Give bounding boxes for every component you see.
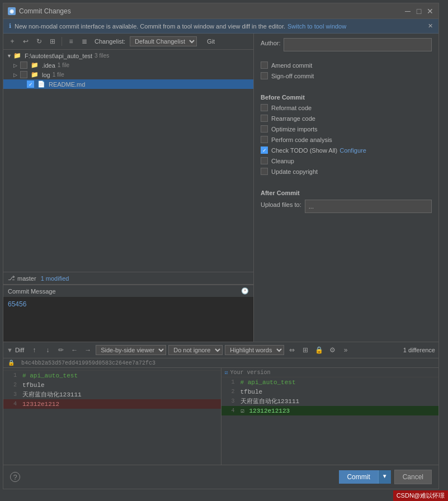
diff-down-button[interactable]: ↓ <box>42 344 53 356</box>
before-commit-section: Before Commit Reformat code Rearrange co… <box>261 89 432 178</box>
diff-left-line-3: 3 天府蓝自动化123111 <box>3 390 221 399</box>
diff-highlight-select[interactable]: Highlight words <box>225 345 284 355</box>
diff-right-line-4: 4 ☑ 12312e12123 <box>221 406 439 415</box>
rearrange-code-row[interactable]: Rearrange code <box>261 115 432 122</box>
check-todo-checkbox[interactable] <box>261 146 268 154</box>
add-button[interactable]: + <box>7 36 18 47</box>
commit-button-group: Commit ▼ <box>339 470 390 484</box>
right-panel: Author: Amend commit Sign-off commit Bef… <box>254 34 438 342</box>
diff-settings-button[interactable]: ⚙ <box>327 344 338 356</box>
title-buttons: ─ □ ✕ <box>404 7 434 15</box>
diff-next-button[interactable]: → <box>82 344 93 356</box>
modified-badge[interactable]: 1 modified <box>41 275 69 282</box>
update-copyright-label: Update copyright <box>271 168 318 175</box>
perform-code-analysis-checkbox[interactable] <box>261 136 268 143</box>
tree-item-log[interactable]: ▷ 📁 log 1 file <box>3 70 253 79</box>
diff-up-button[interactable]: ↑ <box>29 344 40 356</box>
author-input[interactable] <box>284 38 432 51</box>
commit-dropdown-button[interactable]: ▼ <box>378 470 391 484</box>
root-path: F:\autotest\api_auto_test <box>25 53 92 59</box>
log-checkbox[interactable] <box>20 71 27 78</box>
amend-commit-row[interactable]: Amend commit <box>261 62 432 69</box>
lock-icon: 🔒 <box>8 360 15 366</box>
check-todo-label: Check TODO (Show All) <box>271 147 337 154</box>
maximize-button[interactable]: □ <box>415 7 423 15</box>
tree-item-idea[interactable]: ▷ 📁 .idea 1 file <box>3 60 253 70</box>
cleanup-checkbox[interactable] <box>261 157 268 164</box>
watermark: CSDN@难以怀璟 <box>393 490 448 501</box>
diff-header: ▼ Diff ↑ ↓ ✏ ← → Side-by-side viewer Do … <box>3 342 438 358</box>
idea-file-count: 1 file <box>58 62 69 68</box>
diff-right-header: ☑ Your version <box>221 368 439 377</box>
idea-checkbox[interactable] <box>20 62 27 69</box>
switch-to-tool-window-link[interactable]: Switch to tool window <box>287 23 346 30</box>
diff-more-button[interactable]: » <box>340 344 351 356</box>
configure-link[interactable]: Configure <box>339 147 366 154</box>
git-tab[interactable]: Git <box>204 37 218 46</box>
sign-off-checkbox[interactable] <box>261 72 268 79</box>
dialog-title: Commit Changes <box>19 7 404 15</box>
author-label: Author: <box>261 40 280 46</box>
footer-buttons: Commit ▼ Cancel <box>339 470 432 484</box>
log-arrow: ▷ <box>13 72 20 78</box>
sign-off-label: Sign-off commit <box>271 73 314 79</box>
cleanup-row[interactable]: Cleanup <box>261 157 432 164</box>
tree-root[interactable]: ▼ 📁 F:\autotest\api_auto_test 3 files <box>3 51 253 60</box>
optimize-imports-checkbox[interactable] <box>261 125 268 133</box>
changelist-dropdown[interactable]: Default Changelist <box>130 36 197 46</box>
info-message: New non-modal commit interface is availa… <box>15 23 285 30</box>
collapse-button[interactable]: ≣ <box>79 36 90 47</box>
reformat-code-row[interactable]: Reformat code <box>261 104 432 111</box>
diff-right-line-1: 1 # api_auto_test <box>221 377 439 387</box>
perform-code-analysis-label: Perform code analysis <box>271 136 332 143</box>
diff-viewer-select[interactable]: Side-by-side viewer <box>96 345 166 355</box>
file-tree: ▼ 📁 F:\autotest\api_auto_test 3 files ▷ … <box>3 50 253 272</box>
cancel-button[interactable]: Cancel <box>394 470 432 484</box>
optimize-imports-label: Optimize imports <box>271 126 318 133</box>
readme-checkbox[interactable] <box>27 81 34 88</box>
footer: ? Commit ▼ Cancel <box>3 465 438 489</box>
refresh-button[interactable]: ↻ <box>34 36 45 47</box>
diff-ignore-select[interactable]: Do not ignore <box>168 345 223 355</box>
diff-lock-button[interactable]: 🔒 <box>313 344 324 356</box>
update-copyright-checkbox[interactable] <box>261 168 268 175</box>
reformat-code-checkbox[interactable] <box>261 104 268 111</box>
upload-files-input[interactable] <box>305 200 432 213</box>
optimize-imports-row[interactable]: Optimize imports <box>261 125 432 133</box>
info-icon: ℹ <box>9 22 11 30</box>
diff-prev-button[interactable]: ← <box>69 344 80 356</box>
expand-button[interactable]: ≡ <box>65 36 77 47</box>
undo-button[interactable]: ↩ <box>20 36 31 47</box>
changelist-label: Changelist: <box>95 38 125 45</box>
close-button[interactable]: ✕ <box>426 7 434 15</box>
diff-collapse-button[interactable]: ⇔ <box>286 344 298 356</box>
commit-message-input[interactable]: 65456 <box>3 297 253 342</box>
help-button[interactable]: ? <box>10 472 20 482</box>
diff-right-line-4-checkbox[interactable]: ☑ <box>238 407 247 414</box>
diff-expand-arrow[interactable]: ▼ <box>7 347 13 353</box>
diff-columns-button[interactable]: ⊞ <box>300 344 311 356</box>
amend-commit-checkbox[interactable] <box>261 62 268 69</box>
commit-button[interactable]: Commit <box>339 470 378 484</box>
perform-code-analysis-row[interactable]: Perform code analysis <box>261 136 432 143</box>
diff-edit-button[interactable]: ✏ <box>55 344 67 356</box>
commit-message-area: Commit Message 🕐 65456 <box>3 285 253 342</box>
commit-message-history-icon[interactable]: 🕐 <box>241 287 249 295</box>
toolbar-separator <box>62 37 62 46</box>
diff-right-line-2: 2 tfbule <box>221 387 439 396</box>
log-file-count: 1 file <box>53 72 64 78</box>
commit-dialog: ◉ Commit Changes ─ □ ✕ ℹ New non-modal c… <box>3 3 439 489</box>
commit-message-label: Commit Message <box>8 288 56 295</box>
root-arrow: ▼ <box>7 53 13 59</box>
info-bar-close-button[interactable]: ✕ <box>428 22 433 30</box>
minimize-button[interactable]: ─ <box>404 7 412 15</box>
your-version-label: Your version <box>230 370 271 376</box>
group-button[interactable]: ⊞ <box>47 36 58 47</box>
check-todo-row[interactable]: Check TODO (Show All) Configure <box>261 146 432 154</box>
diff-label: Diff <box>15 347 24 353</box>
tree-item-readme[interactable]: 📄 README.md <box>3 79 253 89</box>
update-copyright-row[interactable]: Update copyright <box>261 168 432 175</box>
rearrange-code-checkbox[interactable] <box>261 115 268 122</box>
sign-off-row[interactable]: Sign-off commit <box>261 72 432 79</box>
main-content: + ↩ ↻ ⊞ ≡ ≣ Changelist: Default Changeli… <box>3 34 438 342</box>
